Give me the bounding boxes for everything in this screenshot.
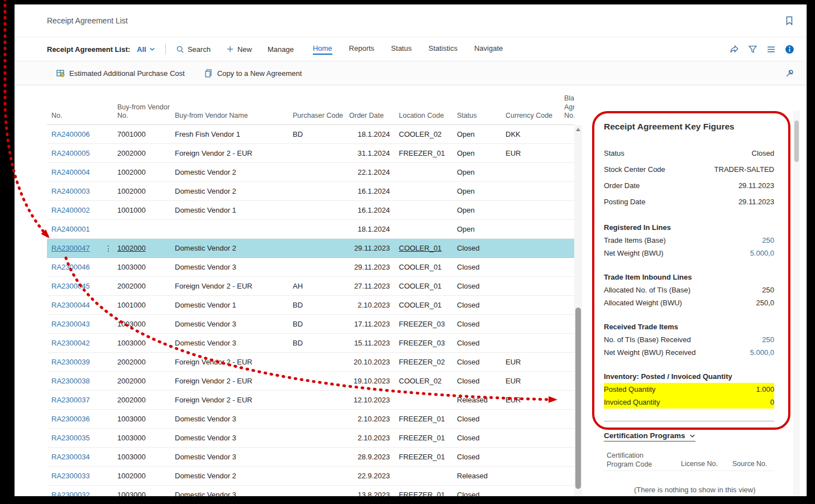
key-figure-value[interactable]: 250: [762, 335, 774, 344]
agreement-no-link[interactable]: RA2300039: [51, 358, 104, 366]
copy-to-new-agreement-button[interactable]: Copy to a New Agreement: [204, 69, 302, 78]
agreement-no-link[interactable]: RA2300034: [51, 453, 104, 461]
agreement-no-link[interactable]: RA2400001: [51, 225, 104, 233]
vendor-no-cell: 2002000: [117, 396, 175, 404]
agreement-no-link[interactable]: RA2300045: [51, 282, 104, 290]
status-cell: Released: [457, 396, 506, 404]
status-cell: Open: [457, 130, 506, 138]
tab-navigate[interactable]: Navigate: [474, 44, 503, 55]
agreement-no-link[interactable]: RA2300032: [51, 491, 104, 496]
table-row[interactable]: RA23000351003000Domestic Vendor 32.10.20…: [47, 429, 574, 448]
table-body: RA24000067001000Fresh Fish Vendor 1BD18.…: [15, 125, 574, 496]
key-figure-label: Net Weight (BWU): [604, 249, 664, 257]
table-row[interactable]: RA24000052002000Foreign Vendor 2 - EUR31…: [47, 144, 574, 163]
agreement-no-link[interactable]: RA2300035: [51, 434, 104, 442]
agreement-no-link[interactable]: RA2400006: [51, 130, 104, 138]
agreement-no-link[interactable]: RA2400002: [51, 206, 104, 214]
pin-icon[interactable]: [785, 69, 794, 78]
status-cell: Open: [457, 149, 506, 157]
key-figure-value[interactable]: 5.000,0: [750, 348, 774, 357]
table-row[interactable]: RA240000118.1.2024Open: [47, 220, 574, 239]
table-row[interactable]: RA24000031002000Domestic Vendor 216.1.20…: [47, 182, 574, 201]
column-header[interactable]: No.: [51, 112, 104, 121]
tab-statistics[interactable]: Statistics: [428, 44, 457, 55]
page-title: Receipt Agreement List: [47, 16, 128, 25]
table-row[interactable]: RA23000441001000Domestic Vendor 1BD2.10.…: [47, 296, 574, 315]
certification-programs-title: Certification Programs: [604, 431, 685, 440]
table-row[interactable]: RA23000341003000Domestic Vendor 328.9.20…: [47, 448, 574, 467]
order-date-cell: 17.11.2023: [349, 320, 399, 328]
table-row[interactable]: RA23000452002000Foreign Vendor 2 - EURAH…: [47, 277, 574, 296]
order-date-cell: 2.10.2023: [349, 434, 399, 442]
column-header[interactable]: Currency Code: [506, 112, 564, 121]
filter-icon[interactable]: [748, 45, 757, 54]
table-row[interactable]: RA23000321003000Domestic Vendor 313.8.20…: [47, 486, 574, 496]
agreement-no-link[interactable]: RA2300047: [51, 244, 104, 252]
order-date-cell: 2.10.2023: [349, 415, 399, 423]
agreement-no-link[interactable]: RA2400003: [51, 187, 104, 195]
tab-home[interactable]: Home: [313, 44, 332, 55]
manage-button[interactable]: Manage: [268, 45, 294, 54]
key-figure-value[interactable]: 250: [762, 236, 774, 244]
table-row[interactable]: RA23000421003000Domestic Vendor 3BD15.11…: [47, 334, 574, 353]
table-row[interactable]: RA23000431003000Domestic Vendor 3BD17.11…: [47, 315, 574, 334]
cert-column-header[interactable]: License No.: [681, 460, 718, 468]
view-filter-dropdown[interactable]: All: [137, 45, 155, 54]
cert-column-header[interactable]: Source No.: [732, 460, 768, 468]
agreement-no-link[interactable]: RA2300044: [51, 301, 104, 309]
search-icon: [176, 45, 184, 54]
status-cell: Closed: [457, 320, 506, 328]
order-date-cell: 18.1.2024: [349, 130, 399, 138]
key-figure-value[interactable]: 5.000,0: [750, 249, 774, 257]
column-header[interactable]: Location Code: [399, 112, 457, 121]
view-filter-value: All: [137, 45, 146, 54]
ribbon-right-icons: [730, 45, 807, 54]
column-header[interactable]: Buy-from Vendor Name: [175, 112, 293, 121]
agreement-no-link[interactable]: RA2300037: [51, 396, 104, 404]
column-header[interactable]: Status: [457, 112, 506, 121]
table-row[interactable]: RA24000021001000Domestic Vendor 116.1.20…: [47, 201, 574, 220]
agreement-no-link[interactable]: RA2300033: [51, 472, 104, 480]
table-row[interactable]: RA23000461003000Domestic Vendor 329.11.2…: [47, 258, 574, 277]
factbox-scrollbar-thumb[interactable]: [794, 121, 799, 162]
table-row[interactable]: RA23000382002000Foreign Vendor 2 - EUR19…: [47, 372, 574, 391]
row-menu-icon[interactable]: [104, 244, 117, 253]
new-button[interactable]: New: [226, 45, 252, 54]
factbox-scrollbar[interactable]: [793, 111, 800, 496]
share-icon[interactable]: [730, 45, 739, 54]
table-row[interactable]: RA23000361003000Domestic Vendor 32.10.20…: [47, 410, 574, 429]
info-icon[interactable]: [785, 45, 794, 54]
list-view-icon[interactable]: [766, 45, 776, 54]
scrollbar-up-arrow-icon[interactable]: [576, 128, 580, 131]
order-date-cell: 13.8.2023: [349, 491, 399, 496]
key-figures-fields: StatusClosedStock Center CodeTRADER-SALT…: [604, 145, 774, 409]
agreement-no-link[interactable]: RA2300043: [51, 320, 104, 328]
agreement-no-link[interactable]: RA2300036: [51, 415, 104, 423]
certification-programs-header[interactable]: Certification Programs: [604, 431, 695, 441]
table-row[interactable]: RA23000392002000Foreign Vendor 2 - EUR20…: [47, 353, 574, 372]
column-header[interactable]: Order Date: [349, 112, 399, 121]
table-row[interactable]: RA24000067001000Fresh Fish Vendor 1BD18.…: [47, 125, 574, 144]
bookmark-icon[interactable]: [784, 16, 794, 26]
column-header[interactable]: Blanket Agreement No.: [564, 94, 574, 121]
tab-status[interactable]: Status: [391, 44, 412, 55]
tab-reports[interactable]: Reports: [349, 44, 375, 55]
table-row[interactable]: RA23000331002000Domestic Vendor 222.9.20…: [47, 467, 574, 486]
table-row[interactable]: RA24000041002000Domestic Vendor 222.1.20…: [47, 163, 574, 182]
agreement-no-link[interactable]: RA2300042: [51, 339, 104, 347]
estimated-additional-purchase-cost-button[interactable]: Estimated Additional Purchase Cost: [56, 69, 185, 78]
column-header[interactable]: Purchaser Code: [293, 112, 349, 121]
table-row[interactable]: RA23000372002000Foreign Vendor 2 - EUR12…: [47, 391, 574, 410]
agreement-no-link[interactable]: RA2400004: [51, 168, 104, 176]
status-cell: Open: [457, 187, 506, 195]
column-header[interactable]: Buy-from Vendor No.: [117, 103, 175, 121]
agreement-no-link[interactable]: RA2300046: [51, 263, 104, 271]
table-row[interactable]: RA23000471002000Domestic Vendor 229.11.2…: [47, 239, 574, 258]
table-scrollbar-thumb[interactable]: [575, 308, 581, 489]
order-date-cell: 31.1.2024: [349, 149, 399, 157]
agreement-no-link[interactable]: RA2300038: [51, 377, 104, 385]
table-scrollbar[interactable]: [574, 125, 582, 496]
search-button[interactable]: Search: [176, 45, 211, 54]
cert-column-header[interactable]: Certification Program Code: [607, 451, 660, 469]
agreement-no-link[interactable]: RA2400005: [51, 149, 104, 157]
